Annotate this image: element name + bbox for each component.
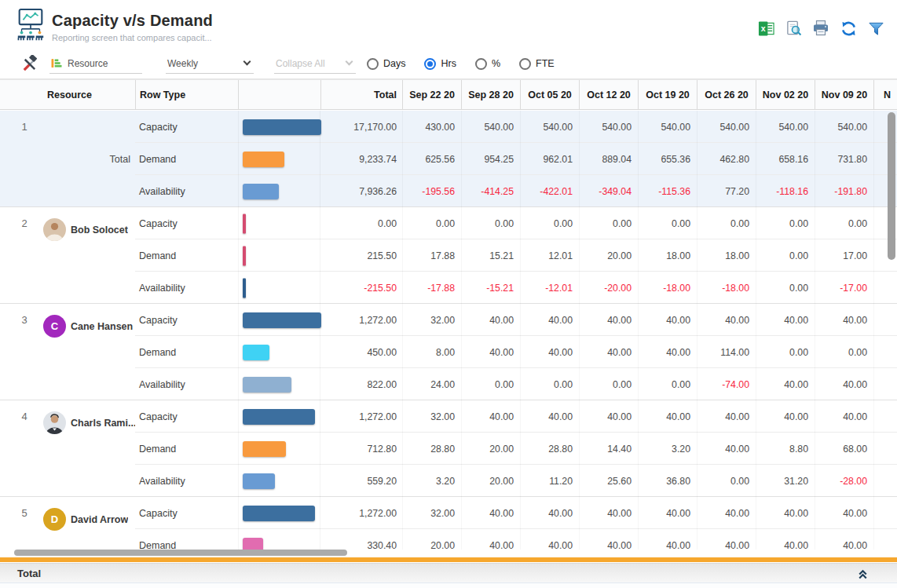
radio-circle <box>519 58 531 70</box>
week-value: 0.00 <box>756 207 815 239</box>
radio-circle <box>367 58 379 70</box>
week-value: 40.00 <box>815 529 873 550</box>
week-value: -414.25 <box>461 175 520 207</box>
demand-row: Demand450.008.0040.0040.0040.0040.00114.… <box>0 336 897 368</box>
chevron-down-icon <box>346 57 353 65</box>
availability-bar <box>243 473 275 489</box>
resource-group-5: 5DDavid ArrowCapacity1,272.0032.0040.004… <box>0 497 897 550</box>
week-value: 540.00 <box>461 111 520 143</box>
week-value: -15.21 <box>461 272 520 304</box>
week-value: 0.00 <box>461 207 520 239</box>
week-value: 540.00 <box>520 111 579 143</box>
unit-radio-percent[interactable]: % <box>475 58 500 70</box>
period-select[interactable]: Weekly <box>166 54 254 74</box>
week-value: 540.00 <box>697 111 756 143</box>
week-value: 28.80 <box>520 433 579 465</box>
week-value: 40.00 <box>697 497 756 529</box>
week-value-partial <box>873 368 897 400</box>
week-value: 40.00 <box>815 400 873 433</box>
mini-bar-cell <box>238 207 320 239</box>
mini-bar-cell <box>238 433 320 465</box>
week-value: 40.00 <box>815 497 873 529</box>
unit-radio-hrs[interactable]: Hrs <box>424 58 456 70</box>
radio-label: Days <box>383 58 405 69</box>
row-type-label: Capacity <box>139 497 178 529</box>
unit-radio-fte[interactable]: FTE <box>519 58 555 70</box>
demand-row: Demand9,233.74625.56954.25962.01889.0465… <box>0 143 897 175</box>
week-value: 40.00 <box>756 497 815 529</box>
week-value: 540.00 <box>815 111 873 143</box>
week-value: 0.00 <box>697 207 756 239</box>
horizontal-scrollbar-thumb[interactable] <box>14 550 347 556</box>
toolbar: Resource Weekly Collapse All DaysHrs%FTE <box>0 49 897 79</box>
unit-radio-days[interactable]: Days <box>367 58 405 70</box>
week-value: 40.00 <box>638 529 697 550</box>
capacity-bar <box>243 312 321 328</box>
week-value: 20.00 <box>461 465 520 497</box>
vertical-scrollbar-thumb[interactable] <box>888 112 895 260</box>
row-type-label: Availability <box>139 272 185 304</box>
row-type-label: Demand <box>139 143 176 175</box>
page-subtitle: Reporting screen that compares capacit..… <box>52 33 213 42</box>
collapse-up-icon[interactable] <box>857 568 869 579</box>
week-value: 18.00 <box>638 239 697 272</box>
week-value: 17.00 <box>815 239 873 272</box>
settings-tools-icon[interactable] <box>20 55 38 73</box>
group-by-select[interactable]: Resource <box>49 54 142 74</box>
week-value: 40.00 <box>520 529 579 550</box>
print-preview-icon[interactable] <box>785 20 802 37</box>
excel-export-icon[interactable]: x <box>757 20 774 37</box>
week-value: -12.01 <box>520 272 579 304</box>
collapse-all-select: Collapse All <box>274 54 356 74</box>
capacity-vs-demand-app: Capacity v/s Demand Reporting screen tha… <box>0 0 897 588</box>
total-value: 17,170.00 <box>320 111 402 143</box>
week-value: 0.00 <box>815 336 873 368</box>
week-value: 462.80 <box>697 143 756 175</box>
row-type-label: Demand <box>139 433 176 465</box>
demand-bar <box>243 441 286 457</box>
week-value: 889.04 <box>579 143 638 175</box>
week-value: 40.00 <box>756 400 815 433</box>
week-value: 40.00 <box>638 336 697 368</box>
column-header-row-type: Row Type <box>135 80 238 109</box>
week-value: 32.00 <box>402 497 461 529</box>
demand-row: Demand330.4020.0040.0040.0040.0040.0040.… <box>0 529 897 550</box>
total-value: 0.00 <box>320 207 402 239</box>
mini-bar-cell <box>238 272 320 304</box>
demand-bar <box>243 538 263 550</box>
week-value: -17.00 <box>815 272 873 304</box>
week-value: 15.21 <box>461 239 520 272</box>
total-value: 7,936.26 <box>320 175 402 207</box>
refresh-icon[interactable] <box>840 20 857 37</box>
week-value: 540.00 <box>638 111 697 143</box>
week-value: -74.00 <box>697 368 756 400</box>
week-value-partial <box>873 304 897 336</box>
week-value: -195.56 <box>402 175 461 207</box>
week-value: 20.00 <box>579 239 638 272</box>
week-value: 40.00 <box>697 400 756 433</box>
footer-accent-bar <box>0 557 897 562</box>
footer-total-bar[interactable]: Total <box>0 563 897 583</box>
week-value: 40.00 <box>579 529 638 550</box>
horizontal-scrollbar[interactable] <box>0 550 897 557</box>
print-icon[interactable] <box>812 20 829 37</box>
mini-bar-cell <box>238 111 320 143</box>
demand-bar <box>243 246 246 265</box>
filter-icon[interactable] <box>867 20 884 37</box>
week-value: 40.00 <box>579 497 638 529</box>
mini-bar-cell <box>238 304 320 336</box>
capacity-bar <box>243 214 246 233</box>
week-value: 0.00 <box>756 272 815 304</box>
week-value: 625.56 <box>402 143 461 175</box>
app-header: Capacity v/s Demand Reporting screen tha… <box>0 0 897 49</box>
column-header-week-3: Oct 12 20 <box>579 80 638 109</box>
capacity-row: Capacity17,170.00430.00540.00540.00540.0… <box>0 111 897 143</box>
radio-label: % <box>492 58 500 69</box>
week-value-partial <box>873 529 897 550</box>
week-value: 40.00 <box>697 304 756 336</box>
week-value: 3.20 <box>638 433 697 465</box>
week-value: 40.00 <box>579 304 638 336</box>
week-value: 8.00 <box>402 336 461 368</box>
capacity-row: Capacity1,272.0032.0040.0040.0040.0040.0… <box>0 400 897 433</box>
week-value: 0.00 <box>579 368 638 400</box>
